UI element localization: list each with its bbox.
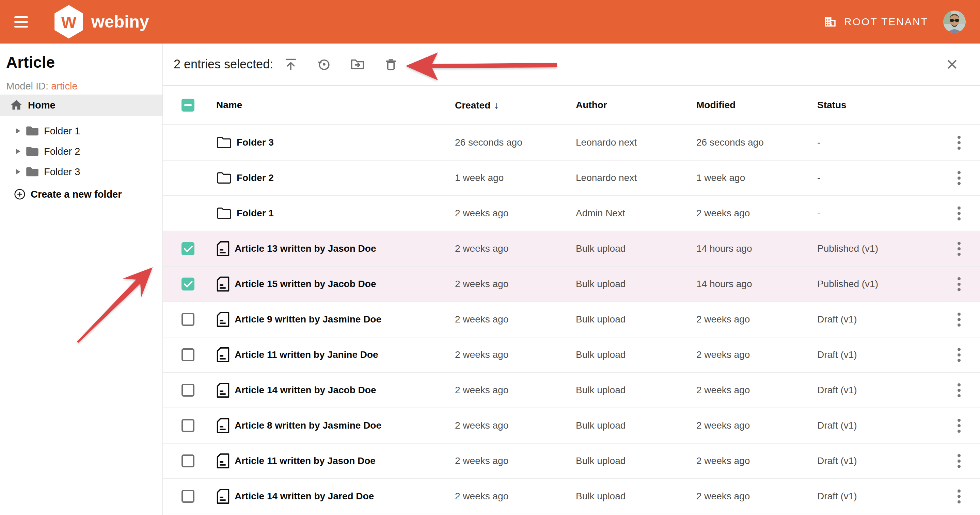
webiny-hexagon-icon: W [53,5,84,39]
folder-label: Folder 2 [44,146,80,157]
plus-circle-icon [14,188,26,200]
folder-icon [216,206,232,220]
entry-created: 2 weeks ago [455,420,576,431]
row-checkbox[interactable] [181,277,194,290]
trash-icon[interactable] [383,56,399,73]
entry-author: Bulk upload [576,455,696,466]
entry-status: Draft (v1) [817,420,938,431]
create-folder-button[interactable]: Create a new folder [0,187,162,201]
kebab-menu-icon[interactable] [955,416,963,436]
table-row[interactable]: Article 11 written by Janine Doe 2 weeks… [163,338,980,373]
kebab-menu-icon[interactable] [955,204,963,223]
sidebar-item-home[interactable]: Home [0,95,162,116]
folder-icon [216,136,232,149]
entry-status: Draft (v1) [817,349,938,360]
kebab-menu-icon[interactable] [955,274,963,294]
kebab-menu-icon[interactable] [955,133,963,152]
entry-created: 2 weeks ago [455,279,576,290]
row-checkbox[interactable] [181,455,194,467]
sort-desc-icon: ↓ [494,99,499,111]
entry-name: Folder 3 [237,137,274,148]
document-icon [216,241,230,257]
entry-created: 2 weeks ago [455,208,576,219]
entry-author: Bulk upload [576,491,696,502]
table-row[interactable]: Folder 3 26 seconds ago Leonardo next 26… [163,125,980,160]
table-row[interactable]: Article 13 written by Jason Doe 2 weeks … [163,231,980,267]
table-row[interactable]: Article 15 written by Jacob Doe 2 weeks … [163,267,980,302]
entry-modified: 26 seconds ago [696,137,817,148]
entry-modified: 2 weeks ago [696,491,817,502]
row-checkbox[interactable] [181,242,194,255]
move-to-folder-icon[interactable] [349,56,366,73]
home-label: Home [28,100,56,111]
column-header-status[interactable]: Status [817,100,938,111]
folder-icon [25,166,39,177]
row-checkbox[interactable] [181,348,194,361]
kebab-menu-icon[interactable] [955,380,963,400]
entry-status: - [817,208,938,219]
chevron-right-icon[interactable] [14,148,21,155]
close-icon[interactable] [944,56,960,73]
sidebar-folder-item[interactable]: Folder 3 [0,162,162,182]
kebab-menu-icon[interactable] [955,487,963,506]
chevron-right-icon[interactable] [14,128,21,135]
table-row[interactable]: Article 14 written by Jacob Doe 2 weeks … [163,373,980,408]
entry-author: Bulk upload [576,385,696,396]
table-row[interactable]: Article 14 written by Jared Doe 2 weeks … [163,479,980,514]
kebab-menu-icon[interactable] [955,168,963,188]
tenant-selector[interactable]: ROOT TENANT [823,14,928,29]
table-row[interactable]: Article 11 written by Jason Doe 2 weeks … [163,444,980,479]
table-row[interactable]: Article 9 written by Jasmine Doe 2 weeks… [163,302,980,338]
row-checkbox[interactable] [181,313,194,326]
create-folder-label: Create a new folder [31,189,122,200]
column-header-author[interactable]: Author [576,100,696,111]
publish-icon[interactable] [283,56,299,73]
kebab-menu-icon[interactable] [955,239,963,258]
entry-name: Article 11 written by Janine Doe [235,349,378,360]
document-icon [216,382,230,398]
entry-created: 26 seconds ago [455,137,576,148]
folder-icon [25,125,39,137]
column-header-name[interactable]: Name [216,100,455,111]
select-all-checkbox[interactable] [181,99,194,112]
column-header-modified[interactable]: Modified [696,100,817,111]
kebab-menu-icon[interactable] [955,310,963,329]
restore-icon[interactable] [316,56,332,73]
entry-author: Leonardo next [576,173,696,183]
hamburger-menu-icon[interactable] [14,16,28,27]
document-icon [216,347,230,363]
entry-modified: 2 weeks ago [696,420,817,431]
entry-modified: 2 weeks ago [696,385,817,396]
row-checkbox[interactable] [181,384,194,397]
row-checkbox[interactable] [181,419,194,432]
row-checkbox[interactable] [181,490,194,503]
entry-author: Bulk upload [576,420,696,431]
folder-icon [216,171,232,185]
content-area: 2 entries selected: [162,44,980,515]
webiny-logo[interactable]: W webiny [53,5,149,39]
svg-text:W: W [61,13,76,31]
entry-status: - [817,173,938,183]
table-row[interactable]: Folder 1 2 weeks ago Admin Next 2 weeks … [163,196,980,231]
model-id-label: Model ID: [6,81,48,92]
entry-status: Published (v1) [817,279,938,290]
entry-name: Folder 1 [237,208,274,219]
user-avatar[interactable] [943,11,966,33]
selected-count-text: 2 entries selected: [173,57,273,71]
kebab-menu-icon[interactable] [955,452,963,471]
chevron-right-icon[interactable] [14,168,21,175]
entry-status: Published (v1) [817,243,938,254]
entry-status: Draft (v1) [817,385,938,396]
entry-name: Article 9 written by Jasmine Doe [235,314,381,325]
entry-name: Article 8 written by Jasmine Doe [235,420,381,431]
entry-status: - [817,137,938,148]
entry-created: 2 weeks ago [455,314,576,325]
column-header-created[interactable]: Created↓ [455,99,576,111]
kebab-menu-icon[interactable] [955,345,963,364]
table-row[interactable]: Folder 2 1 week ago Leonardo next 1 week… [163,160,980,196]
document-icon [216,312,230,327]
table-row[interactable]: Article 8 written by Jasmine Doe 2 weeks… [163,408,980,444]
entry-status: Draft (v1) [817,455,938,466]
sidebar-folder-item[interactable]: Folder 1 [0,121,162,141]
sidebar-folder-item[interactable]: Folder 2 [0,141,162,162]
